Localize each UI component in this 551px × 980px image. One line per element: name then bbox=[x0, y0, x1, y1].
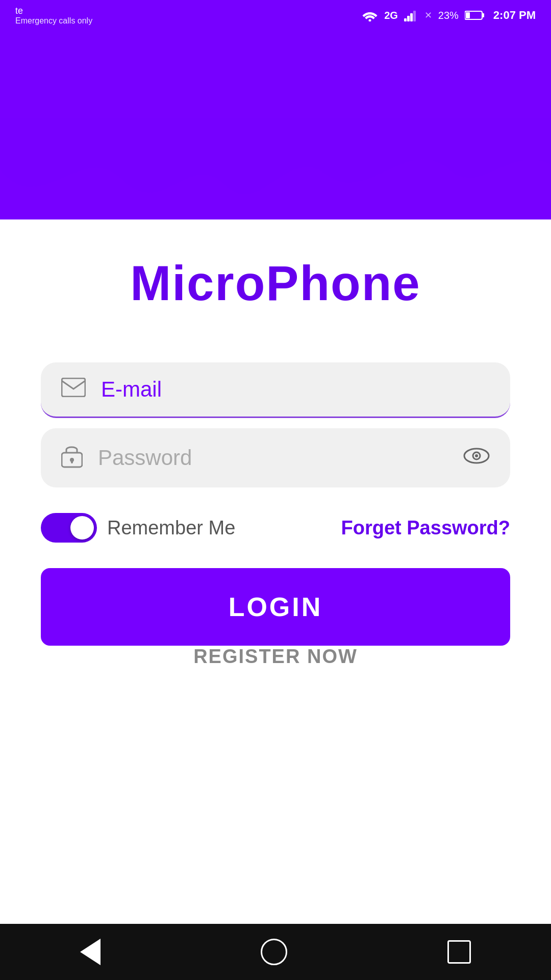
wifi-icon bbox=[362, 9, 378, 21]
toggle-knob bbox=[70, 516, 94, 540]
svg-rect-11 bbox=[71, 460, 73, 463]
network-type: 2G bbox=[384, 10, 398, 21]
forget-password-link[interactable]: Forget Password? bbox=[341, 517, 511, 539]
email-input[interactable] bbox=[101, 377, 490, 402]
email-icon bbox=[61, 377, 86, 402]
options-row: Remember Me Forget Password? bbox=[41, 513, 510, 543]
form-area: Remember Me Forget Password? LOGIN REGIS… bbox=[41, 362, 510, 668]
password-field-container bbox=[41, 428, 510, 487]
svg-point-14 bbox=[475, 454, 478, 457]
remember-me-label: Remember Me bbox=[107, 517, 235, 539]
svg-rect-6 bbox=[482, 13, 484, 17]
svg-point-0 bbox=[369, 19, 371, 22]
lock-icon bbox=[61, 443, 83, 473]
carrier-info: te Emergency calls only bbox=[15, 6, 92, 26]
emergency-text: Emergency calls only bbox=[15, 16, 92, 26]
svg-rect-1 bbox=[404, 18, 407, 21]
remember-me-container: Remember Me bbox=[41, 513, 235, 543]
carrier-name: te bbox=[15, 6, 92, 16]
password-input[interactable] bbox=[98, 446, 448, 470]
nav-back-button[interactable] bbox=[80, 939, 101, 965]
svg-rect-2 bbox=[407, 16, 410, 21]
register-now-button[interactable]: REGISTER NOW bbox=[193, 646, 358, 667]
nav-home-button[interactable] bbox=[261, 939, 287, 965]
battery-percent: 23% bbox=[438, 10, 459, 21]
bottom-nav-bar bbox=[0, 924, 551, 980]
login-button[interactable]: LOGIN bbox=[41, 568, 510, 646]
svg-rect-8 bbox=[62, 378, 85, 397]
status-indicators: 2G ✕ 23% 2:07 PM bbox=[362, 9, 536, 22]
time: 2:07 PM bbox=[493, 9, 536, 22]
status-bar: te Emergency calls only 2G ✕ 23% 2:07 PM bbox=[0, 0, 551, 31]
sim-x: ✕ bbox=[424, 10, 432, 21]
svg-rect-7 bbox=[466, 12, 470, 18]
eye-icon[interactable] bbox=[463, 445, 490, 471]
main-content: MicroPhone bbox=[0, 0, 551, 980]
email-field-container bbox=[41, 362, 510, 418]
remember-me-toggle[interactable] bbox=[41, 513, 97, 543]
svg-rect-3 bbox=[410, 13, 413, 21]
app-title: MicroPhone bbox=[130, 255, 420, 311]
signal-icon bbox=[404, 9, 418, 21]
nav-recent-button[interactable] bbox=[447, 940, 471, 964]
battery-icon bbox=[465, 10, 485, 21]
svg-rect-4 bbox=[413, 11, 416, 21]
